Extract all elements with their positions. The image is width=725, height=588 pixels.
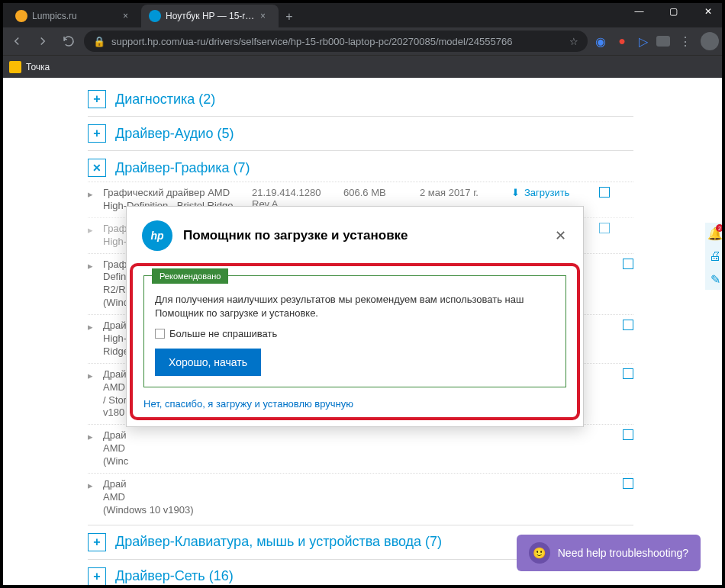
edit-icon[interactable]: ✎ bbox=[705, 268, 725, 290]
print-icon[interactable]: 🖨 bbox=[705, 246, 725, 267]
folder-icon bbox=[9, 61, 21, 73]
expand-icon[interactable]: + bbox=[88, 567, 106, 586]
tab-title: Ноутбук HP — 15-rb028ur Загр bbox=[166, 11, 256, 21]
modal-title: Помощник по загрузке и установке bbox=[183, 228, 542, 243]
chat-text: Need help troubleshooting? bbox=[558, 547, 688, 559]
expand-icon[interactable]: + bbox=[88, 124, 106, 143]
extension-icon[interactable]: ◉ bbox=[592, 33, 609, 50]
notification-icon[interactable]: 🔔2 bbox=[705, 223, 725, 244]
dont-ask-label: Больше не спрашивать bbox=[169, 328, 277, 339]
recommended-badge: Рекомендовано bbox=[152, 268, 228, 284]
star-icon[interactable]: ☆ bbox=[569, 36, 578, 47]
bookmark-item[interactable]: Точка bbox=[9, 61, 50, 73]
extension-icon[interactable]: ● bbox=[614, 33, 630, 50]
driver-checkbox[interactable] bbox=[623, 368, 633, 379]
collapse-icon[interactable]: ✕ bbox=[88, 159, 106, 177]
expand-icon[interactable]: + bbox=[88, 90, 106, 108]
driver-checkbox[interactable] bbox=[599, 223, 610, 233]
tab-hp-active[interactable]: Ноутбук HP — 15-rb028ur Загр × bbox=[141, 5, 279, 27]
forward-button[interactable] bbox=[32, 31, 53, 52]
section-title[interactable]: Драйвер-Сеть (16) bbox=[115, 568, 234, 584]
download-icon: ⬇ bbox=[511, 187, 520, 198]
driver-date: 2 мая 2017 г. bbox=[420, 187, 511, 198]
window-controls: — ▢ ✕ bbox=[622, 0, 725, 23]
menu-button[interactable]: ⋮ bbox=[675, 31, 696, 52]
recommendation-box: Рекомендовано Для получения наилучших ре… bbox=[143, 275, 566, 387]
caret-icon[interactable]: ▸ bbox=[88, 223, 103, 236]
dont-ask-row: Больше не спрашивать bbox=[155, 328, 555, 339]
section-row[interactable]: ✕ Драйвер-Графика (7) bbox=[88, 154, 633, 182]
modal-header: hp Помощник по загрузке и установке ✕ bbox=[127, 207, 583, 263]
section-title[interactable]: Драйвер-Клавиатура, мышь и устройства вв… bbox=[115, 534, 442, 550]
caret-icon[interactable]: ▸ bbox=[88, 187, 103, 200]
highlighted-recommendation-area: Рекомендовано Для получения наилучших ре… bbox=[130, 263, 580, 420]
chat-bubble[interactable]: 🙂 Need help troubleshooting? bbox=[517, 535, 701, 571]
close-icon[interactable]: × bbox=[123, 11, 134, 21]
browser-titlebar: Lumpics.ru × Ноутбук HP — 15-rb028ur Заг… bbox=[0, 0, 725, 27]
close-icon[interactable]: × bbox=[260, 11, 271, 21]
extension-icons: ◉ ● ▷ ⋮ bbox=[592, 31, 719, 52]
download-helper-modal: hp Помощник по загрузке и установке ✕ Ре… bbox=[126, 206, 584, 427]
manual-install-link[interactable]: Нет, спасибо, я загружу и установлю вруч… bbox=[143, 398, 566, 410]
tab-title: Lumpics.ru bbox=[32, 11, 118, 21]
driver-size: 606.6 MB bbox=[343, 187, 420, 198]
driver-checkbox[interactable] bbox=[623, 478, 633, 489]
lock-icon: 🔒 bbox=[93, 36, 105, 47]
download-link[interactable]: ⬇Загрузить bbox=[511, 187, 599, 198]
profile-avatar[interactable] bbox=[701, 32, 719, 50]
driver-row: ▸Драй AMD (Windows 10 v1903) bbox=[88, 473, 633, 522]
maximize-button[interactable]: ▢ bbox=[656, 0, 691, 23]
address-bar[interactable]: 🔒 support.hp.com/ua-ru/drivers/selfservi… bbox=[84, 31, 588, 52]
section-title[interactable]: Драйвер-Аудио (5) bbox=[115, 126, 234, 142]
minimize-button[interactable]: — bbox=[622, 0, 656, 23]
extension-icon[interactable] bbox=[656, 36, 670, 47]
new-tab-button[interactable]: + bbox=[279, 6, 300, 27]
back-button[interactable] bbox=[6, 31, 27, 52]
driver-row: ▸Драй AMD (Winc bbox=[88, 424, 633, 473]
tab-lumpics[interactable]: Lumpics.ru × bbox=[8, 5, 141, 27]
close-window-button[interactable]: ✕ bbox=[691, 0, 725, 23]
right-toolbar: 🔔2 🖨 ✎ bbox=[705, 223, 725, 290]
close-icon[interactable]: ✕ bbox=[553, 228, 568, 243]
tab-favicon-icon bbox=[149, 10, 161, 22]
hp-logo-icon: hp bbox=[142, 220, 172, 251]
driver-checkbox[interactable] bbox=[623, 429, 633, 440]
ok-start-button[interactable]: Хорошо, начать bbox=[155, 349, 261, 376]
bookmarks-bar: Точка bbox=[0, 55, 725, 78]
extension-icon[interactable]: ▷ bbox=[635, 33, 652, 50]
driver-checkbox[interactable] bbox=[623, 320, 633, 330]
dont-ask-checkbox[interactable] bbox=[155, 329, 165, 339]
driver-checkbox[interactable] bbox=[599, 187, 610, 198]
address-bar-row: 🔒 support.hp.com/ua-ru/drivers/selfservi… bbox=[0, 27, 725, 55]
url-text: support.hp.com/ua-ru/drivers/selfservice… bbox=[111, 36, 563, 47]
bookmark-label: Точка bbox=[26, 62, 50, 72]
section-row[interactable]: + Диагностика (2) bbox=[88, 85, 633, 113]
reload-button[interactable] bbox=[58, 31, 79, 52]
tab-favicon-icon bbox=[15, 10, 27, 22]
section-row[interactable]: + Драйвер-Аудио (5) bbox=[88, 120, 633, 147]
recommendation-text: Для получения наилучших результатов мы р… bbox=[155, 293, 555, 320]
chat-avatar-icon: 🙂 bbox=[529, 542, 550, 564]
section-title[interactable]: Диагностика (2) bbox=[115, 92, 215, 108]
section-title[interactable]: Драйвер-Графика (7) bbox=[115, 160, 250, 176]
badge: 2 bbox=[716, 224, 723, 232]
driver-checkbox[interactable] bbox=[623, 259, 633, 269]
expand-icon[interactable]: + bbox=[88, 533, 106, 551]
